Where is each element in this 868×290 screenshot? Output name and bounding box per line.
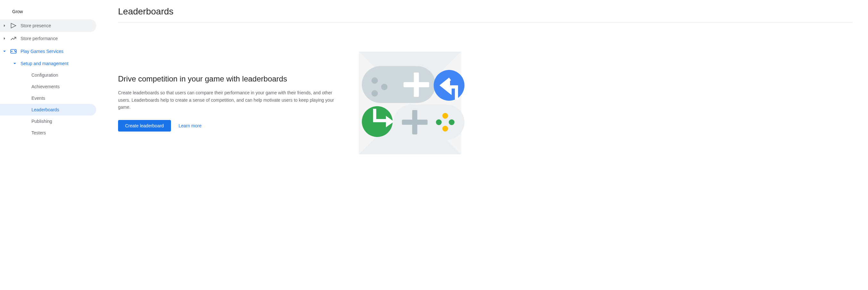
sidebar-heading: Grow xyxy=(0,6,96,19)
sidebar-item-label: Store presence xyxy=(21,23,51,28)
page-title: Leaderboards xyxy=(118,6,852,23)
sidebar-item-configuration[interactable]: Configuration xyxy=(0,69,96,81)
svg-rect-8 xyxy=(414,72,419,97)
chevron-down-icon xyxy=(3,50,6,53)
sidebar-item-label: Leaderboards xyxy=(31,107,59,112)
sidebar-item-label: Store performance xyxy=(21,36,58,41)
create-leaderboard-button[interactable]: Create leaderboard xyxy=(118,120,171,131)
empty-state-actions: Create leaderboard Learn more xyxy=(118,120,336,131)
svg-point-19 xyxy=(442,126,448,131)
chevron-right-icon xyxy=(3,37,6,40)
svg-rect-15 xyxy=(412,110,417,134)
svg-point-17 xyxy=(449,119,455,125)
sidebar-item-label: Achievements xyxy=(31,84,60,89)
sidebar-item-store-presence[interactable]: Store presence xyxy=(0,19,96,32)
sidebar-item-leaderboards[interactable]: Leaderboards xyxy=(0,104,96,116)
gamepad-icon xyxy=(10,48,17,55)
sidebar-item-setup-and-management[interactable]: Setup and management xyxy=(0,58,96,69)
svg-point-4 xyxy=(371,77,378,84)
sidebar-item-label: Testers xyxy=(31,130,46,135)
chevron-down-icon xyxy=(13,62,17,65)
sidebar-item-publishing[interactable]: Publishing xyxy=(0,116,96,127)
empty-state: Drive competition in your game with lead… xyxy=(118,49,852,158)
svg-point-6 xyxy=(371,90,378,97)
learn-more-link[interactable]: Learn more xyxy=(179,123,202,128)
sidebar-item-store-performance[interactable]: Store performance xyxy=(0,32,96,45)
empty-state-subtitle: Drive competition in your game with lead… xyxy=(118,74,336,84)
svg-point-16 xyxy=(442,113,448,119)
sidebar-item-achievements[interactable]: Achievements xyxy=(0,81,96,92)
sidebar-item-play-games-services[interactable]: Play Games Services xyxy=(0,45,96,58)
sidebar-item-testers[interactable]: Testers xyxy=(0,127,96,138)
svg-point-18 xyxy=(436,119,442,125)
sidebar-item-events[interactable]: Events xyxy=(0,92,96,104)
sidebar-item-label: Publishing xyxy=(31,119,52,124)
empty-state-text: Drive competition in your game with lead… xyxy=(118,74,336,131)
sidebar-item-label: Play Games Services xyxy=(21,49,63,54)
empty-state-description: Create leaderboards so that users can co… xyxy=(118,89,336,111)
sidebar-item-label: Setup and management xyxy=(21,61,68,66)
chevron-right-icon xyxy=(3,24,6,27)
main-content: Leaderboards Drive competition in your g… xyxy=(96,0,868,290)
leaderboards-illustration xyxy=(355,49,464,158)
svg-point-5 xyxy=(381,84,388,90)
sidebar: Grow Store presence Store performance Pl… xyxy=(0,0,96,290)
svg-point-2 xyxy=(15,51,16,52)
svg-point-1 xyxy=(14,51,15,51)
sidebar-item-label: Configuration xyxy=(31,72,58,77)
store-presence-icon xyxy=(10,23,17,29)
trending-up-icon xyxy=(10,35,17,42)
sidebar-item-label: Events xyxy=(31,96,45,101)
